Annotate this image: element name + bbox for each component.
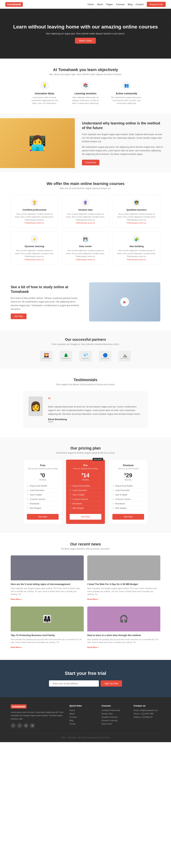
nav-home[interactable]: Home <box>87 3 94 6</box>
course-idea: 🧩 Idea building Arcu a tortor dignissim … <box>113 231 160 265</box>
understand-section: 👩‍💻 Understand why learning online is th… <box>0 114 171 173</box>
news-text-3: nam monthly the amoting was account item… <box>87 638 160 644</box>
certified-link[interactable]: Pellentesque lorem ta. <box>25 222 44 224</box>
footer-course-3[interactable]: Qualified Teachers <box>102 716 128 718</box>
partners-row: 🌄 MYRIALAND 🌲 FORESTEVA 💎 DIAMOND 🔵 MAGA… <box>11 351 160 362</box>
news-readmore-3[interactable]: Read More » <box>87 646 99 648</box>
video-thumbnail[interactable]: ▶ <box>89 282 160 321</box>
cta-submit-button[interactable]: Sign Up Free <box>101 680 122 687</box>
news-card-2: 👨‍👩‍👧 Tips To Protecting Business And Fa… <box>11 607 84 651</box>
testimonial-avatar: 👩 <box>28 397 43 416</box>
learning-icon: 📚 <box>81 81 90 90</box>
premium-tagline: Set you up and running <box>112 467 144 470</box>
news-image-1 <box>87 555 160 580</box>
social-youtube[interactable]: yt <box>30 723 35 728</box>
cta-email-input[interactable] <box>49 680 99 687</box>
quick-link-about[interactable]: About <box>69 713 96 715</box>
partners-heading: Our successful partners <box>11 338 160 342</box>
news-readmore-2[interactable]: Read More » <box>11 646 22 648</box>
study-section: See a bit of how to study online at Toma… <box>0 273 171 331</box>
nav-courses[interactable]: Courses <box>116 3 124 6</box>
news-body-3: How to learn in a short time through thi… <box>87 631 160 651</box>
footer-contact-phone: Phone: +123 456 7890 <box>134 713 160 715</box>
footer-courses: Courses Certified Professional Intuitive… <box>102 704 128 728</box>
free-price: $0 <box>27 472 59 479</box>
understand-image: 👩‍💻 <box>0 118 75 168</box>
social-linkedin[interactable]: in <box>24 723 28 728</box>
news-image-0 <box>11 555 84 580</box>
testimonial-text: " Etiam vulputat ullamcorper at amet orc… <box>48 397 142 423</box>
hero-button[interactable]: Watch Video <box>75 38 96 43</box>
footer-logo: tomahawk <box>11 704 27 709</box>
free-hire-button[interactable]: Hire Now <box>27 514 59 520</box>
quick-link-home[interactable]: Home <box>69 709 96 711</box>
pricing-subtitle: Consectetur augue et facilisis magnis pl… <box>11 452 160 454</box>
pro-price: $14 <box>69 472 102 479</box>
nav-about[interactable]: About <box>97 3 103 6</box>
idea-link[interactable]: Pellentesque lorem ta. <box>127 258 146 260</box>
innovative-icon: 💡 <box>40 81 49 90</box>
footer-course-4[interactable]: Dynamic Learning <box>102 719 128 721</box>
hero-subtext: Nam adipiscing sin augue quis. Nunc lobo… <box>13 32 158 35</box>
news-title-2: Tips To Protecting Business And Family <box>11 634 84 637</box>
pro-plan-name: Pro <box>69 464 102 467</box>
footer-course-1[interactable]: Certified Professional <box>102 709 128 711</box>
feature-community: 👥 Active community Mi condimentum augue … <box>110 81 142 105</box>
pro-feature-2: ✓Lead Generation <box>69 488 102 493</box>
news-heading: Our recent news <box>11 542 160 547</box>
testimonial-quote: Etiam vulputat ullamcorper at amet orci.… <box>48 405 142 416</box>
dynamic-link[interactable]: Pellentesque lorem ta. <box>25 258 44 260</box>
enroll-button[interactable]: Enroll Now <box>82 160 99 165</box>
courses-grid: 🏆 Certified professional Arcu a tortor d… <box>11 195 160 265</box>
premium-period: Monthly <box>112 479 144 481</box>
free-feature-6: ✓Web Widgets <box>27 506 59 510</box>
pricing-free: Free Set up your business and running $0… <box>23 460 62 524</box>
testimonials-heading: Testimonials <box>11 378 160 382</box>
quote-mark: " <box>48 397 142 404</box>
quick-link-blog[interactable]: Blog <box>69 719 96 721</box>
free-feature-4: ✓Customer Service <box>27 497 59 501</box>
free-feature-3: ✓Start & Digital <box>27 493 59 497</box>
pro-tagline: Get you started and running <box>69 467 102 470</box>
testimonials-subtitle: Proin sagittis sed Mautor tortor praclit… <box>11 383 160 386</box>
footer-copyright: 2024 - Tomahawk - All Rights Reserved & … <box>11 734 160 739</box>
request-info-button[interactable]: Request Info <box>147 2 166 7</box>
hero-section: Learn without leaving home with our amaz… <box>0 9 171 59</box>
news-text-0: Nam vulputate sem feugiat magna eget mod… <box>11 587 84 596</box>
social-facebook[interactable]: f <box>11 723 16 728</box>
pro-hire-button[interactable]: Hire Now <box>69 514 102 520</box>
play-button[interactable]: ▶ <box>120 298 129 306</box>
free-feature-2: ✓Lead Generation <box>27 488 59 493</box>
quick-link-pricing[interactable]: Pricing <box>69 723 96 725</box>
study-heading: See a bit of how to study online at Toma… <box>11 285 82 294</box>
premium-plan-name: Premium <box>112 464 144 467</box>
news-section: Our recent news Tincidunt augue interdum… <box>0 533 171 660</box>
feature-community-text: Mi condimentum augue quis purus. Lorem i… <box>110 96 142 105</box>
premium-hire-button[interactable]: Hire Now <box>112 514 144 520</box>
pricing-section: Our pricing plan Consectetur augue et fa… <box>0 437 171 533</box>
community-icon: 👥 <box>122 81 131 90</box>
footer-course-5[interactable]: Data Center <box>102 723 128 725</box>
join-plan-button[interactable]: Join Plan <box>11 313 27 319</box>
footer-brand-text: Lorem ipsum dolor sit amet, consectetur … <box>11 711 64 721</box>
data-link[interactable]: Pellentesque lorem ta. <box>76 258 95 260</box>
pricing-premium: Premium Set you up and running $29 Month… <box>109 460 148 524</box>
news-readmore-0[interactable]: Read More » <box>11 598 22 600</box>
nav-contact[interactable]: Contact <box>136 3 144 6</box>
premium-feature-6: ✓Web Widgets <box>112 506 144 510</box>
nav-blog[interactable]: Blog <box>128 3 132 6</box>
premium-feature-5: ✓Brandtastic <box>112 501 144 506</box>
quick-link-courses[interactable]: Courses <box>69 716 96 718</box>
nav-pages[interactable]: Pages <box>106 3 113 6</box>
social-twitter[interactable]: t <box>17 723 22 728</box>
news-readmore-1[interactable]: Read More » <box>87 598 99 600</box>
idea-icon: 🧩 <box>133 235 141 243</box>
news-body-0: Here are the 5 most telling signs of mic… <box>11 580 84 603</box>
pro-feature-6: ✓Web Widgets <box>69 506 102 510</box>
partner-foresteva: 🌲 FORESTEVA <box>60 351 72 362</box>
feature-innovative-title: Innovative Ideas <box>28 92 61 95</box>
footer-course-2[interactable]: Intuitive Idea <box>102 713 128 715</box>
intuitive-link[interactable]: Pellentesque lorem ta. <box>76 222 95 224</box>
qualified-link[interactable]: Pellentesque lorem ta. <box>127 222 146 224</box>
free-tagline: Set up your business and running <box>27 467 59 470</box>
